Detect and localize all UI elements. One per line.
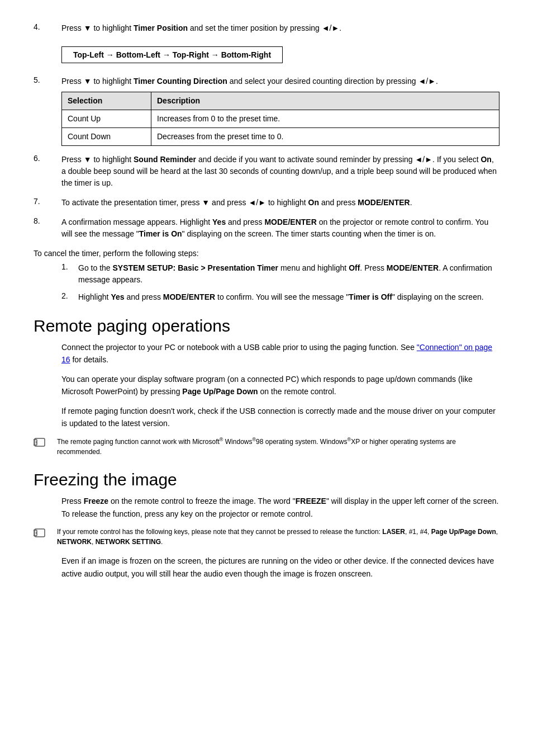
freezing-para2: Even if an image is frozen on the screen…	[61, 555, 499, 580]
remote-paging-para3: If remote paging function doesn't work, …	[61, 405, 499, 430]
row-count-down-label: Count Down	[62, 128, 151, 146]
remote-paging-para2: You can operate your display software pr…	[61, 373, 499, 398]
step-4-content: Press ▼ to highlight Timer Position and …	[61, 22, 499, 34]
step-8: 8. A confirmation message appears. Highl…	[34, 216, 499, 240]
step-5-num: 5.	[34, 75, 61, 84]
row-count-up-label: Count Up	[62, 110, 151, 128]
table-row: Count Down Decreases from the preset tim…	[62, 128, 499, 146]
cancel-steps: 1. Go to the SYSTEM SETUP: Basic > Prese…	[61, 262, 499, 303]
cancel-step-1: 1. Go to the SYSTEM SETUP: Basic > Prese…	[61, 262, 499, 286]
row-count-down-desc: Decreases from the preset time to 0.	[151, 128, 499, 146]
step-4-num: 4.	[34, 22, 61, 31]
direction-table: Selection Description Count Up Increases…	[61, 92, 499, 146]
step-8-content: A confirmation message appears. Highligh…	[61, 216, 499, 240]
cancel-step-2-content: Highlight Yes and press MODE/ENTER to co…	[78, 291, 484, 303]
cancel-step-1-num: 1.	[61, 262, 78, 286]
freezing-heading: Freezing the image	[34, 470, 499, 489]
freezing-para1: Press Freeze on the remote control to fr…	[61, 495, 499, 520]
cancel-heading: To cancel the timer, perform the followi…	[34, 249, 499, 258]
step-6: 6. Press ▼ to highlight Sound Reminder a…	[34, 154, 499, 189]
col-header-description: Description	[151, 92, 499, 110]
remote-paging-heading: Remote paging operations	[34, 316, 499, 336]
remote-paging-para1: Connect the projector to your PC or note…	[61, 341, 499, 366]
freezing-note: If your remote control has the following…	[34, 527, 499, 547]
step-5-content: Press ▼ to highlight Timer Counting Dire…	[61, 75, 499, 146]
cancel-step-1-content: Go to the SYSTEM SETUP: Basic > Presenta…	[78, 262, 499, 286]
step-8-num: 8.	[34, 216, 61, 225]
step-6-num: 6.	[34, 154, 61, 163]
table-row: Count Up Increases from 0 to the preset …	[62, 110, 499, 128]
remote-paging-note-text: The remote paging function cannot work w…	[57, 436, 499, 457]
step-5: 5. Press ▼ to highlight Timer Counting D…	[34, 75, 499, 146]
row-count-up-desc: Increases from 0 to the preset time.	[151, 110, 499, 128]
timer-position-box: Top-Left → Bottom-Left → Top-Right → Bot…	[61, 46, 283, 63]
cancel-step-2: 2. Highlight Yes and press MODE/ENTER to…	[61, 291, 499, 303]
connection-link[interactable]: "Connection" on page 16	[61, 343, 492, 364]
step-7-num: 7.	[34, 197, 61, 206]
remote-paging-note: The remote paging function cannot work w…	[34, 436, 499, 457]
step-4: 4. Press ▼ to highlight Timer Position a…	[34, 22, 499, 34]
timer-position-label: Top-Left → Bottom-Left → Top-Right → Bot…	[73, 50, 271, 59]
cancel-step-2-num: 2.	[61, 291, 78, 303]
note-icon	[34, 436, 54, 452]
step-6-content: Press ▼ to highlight Sound Reminder and …	[61, 154, 499, 189]
note-icon-freeze	[34, 527, 54, 542]
col-header-selection: Selection	[62, 92, 151, 110]
step-7: 7. To activate the presentation timer, p…	[34, 197, 499, 209]
step-7-content: To activate the presentation timer, pres…	[61, 197, 499, 209]
freezing-note-text: If your remote control has the following…	[57, 527, 499, 547]
